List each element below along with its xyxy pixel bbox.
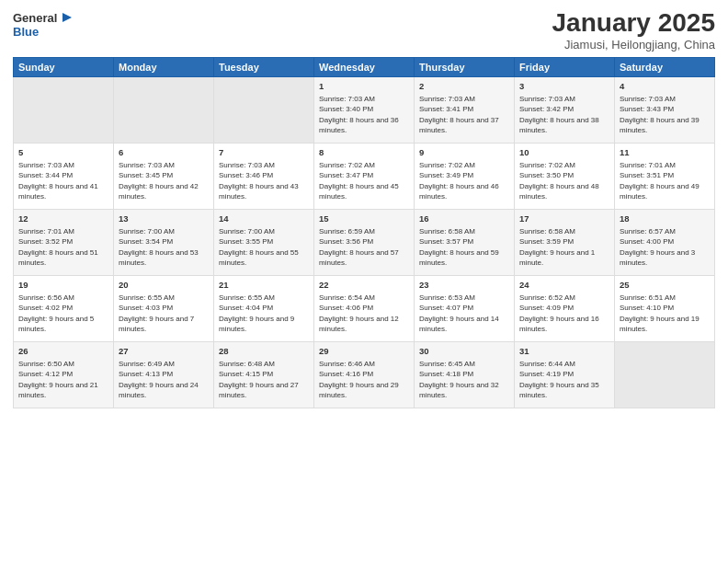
day-info: Sunrise: 6:57 AMSunset: 4:00 PMDaylight:… xyxy=(620,227,695,267)
week-row-1: 1 Sunrise: 7:03 AMSunset: 3:40 PMDayligh… xyxy=(14,76,715,143)
table-cell: 4 Sunrise: 7:03 AMSunset: 3:43 PMDayligh… xyxy=(615,76,715,143)
svg-marker-0 xyxy=(63,13,72,22)
day-info: Sunrise: 6:55 AMSunset: 4:04 PMDaylight:… xyxy=(219,293,294,333)
table-cell: 8 Sunrise: 7:02 AMSunset: 3:47 PMDayligh… xyxy=(314,143,415,209)
table-cell xyxy=(114,76,214,143)
day-number: 7 xyxy=(219,147,309,159)
table-cell: 17 Sunrise: 6:58 AMSunset: 3:59 PMDaylig… xyxy=(515,209,615,275)
week-row-2: 5 Sunrise: 7:03 AMSunset: 3:44 PMDayligh… xyxy=(14,143,715,209)
table-cell: 25 Sunrise: 6:51 AMSunset: 4:10 PMDaylig… xyxy=(615,275,715,341)
day-number: 13 xyxy=(119,213,209,225)
day-info: Sunrise: 6:48 AMSunset: 4:15 PMDaylight:… xyxy=(219,360,299,399)
table-cell: 15 Sunrise: 6:59 AMSunset: 3:56 PMDaylig… xyxy=(314,209,415,275)
table-cell xyxy=(214,76,314,143)
day-number: 24 xyxy=(519,280,609,292)
day-number: 9 xyxy=(419,147,509,159)
day-number: 29 xyxy=(319,346,409,358)
logo-arrow-icon xyxy=(59,9,75,26)
logo: General Blue xyxy=(13,9,75,38)
table-cell: 29 Sunrise: 6:46 AMSunset: 4:16 PMDaylig… xyxy=(314,341,415,408)
col-tuesday: Tuesday xyxy=(214,57,314,76)
table-cell: 26 Sunrise: 6:50 AMSunset: 4:12 PMDaylig… xyxy=(14,341,114,408)
col-saturday: Saturday xyxy=(615,57,715,76)
main-title: January 2025 xyxy=(552,9,715,38)
day-number: 18 xyxy=(620,213,710,225)
week-row-4: 19 Sunrise: 6:56 AMSunset: 4:02 PMDaylig… xyxy=(14,275,715,341)
day-info: Sunrise: 7:01 AMSunset: 3:52 PMDaylight:… xyxy=(18,227,98,267)
day-info: Sunrise: 7:03 AMSunset: 3:42 PMDaylight:… xyxy=(519,95,599,134)
col-thursday: Thursday xyxy=(415,57,515,76)
header: General Blue January 2025 Jiamusi, Heilo… xyxy=(13,9,715,52)
day-info: Sunrise: 7:03 AMSunset: 3:44 PMDaylight:… xyxy=(18,161,98,201)
day-number: 15 xyxy=(319,213,409,225)
table-cell: 13 Sunrise: 7:00 AMSunset: 3:54 PMDaylig… xyxy=(114,209,214,275)
day-info: Sunrise: 6:52 AMSunset: 4:09 PMDaylight:… xyxy=(519,293,599,333)
day-number: 3 xyxy=(519,81,609,93)
day-info: Sunrise: 7:03 AMSunset: 3:46 PMDaylight:… xyxy=(219,161,299,201)
day-info: Sunrise: 6:45 AMSunset: 4:18 PMDaylight:… xyxy=(419,360,499,399)
day-info: Sunrise: 7:02 AMSunset: 3:49 PMDaylight:… xyxy=(419,161,499,201)
day-number: 8 xyxy=(319,147,409,159)
day-number: 22 xyxy=(319,280,409,292)
day-number: 21 xyxy=(219,280,309,292)
col-sunday: Sunday xyxy=(14,57,114,76)
day-info: Sunrise: 6:55 AMSunset: 4:03 PMDaylight:… xyxy=(119,293,194,333)
day-info: Sunrise: 6:50 AMSunset: 4:12 PMDaylight:… xyxy=(18,360,98,399)
day-info: Sunrise: 7:02 AMSunset: 3:50 PMDaylight:… xyxy=(519,161,599,201)
table-cell: 28 Sunrise: 6:48 AMSunset: 4:15 PMDaylig… xyxy=(214,341,314,408)
day-number: 31 xyxy=(519,346,609,358)
day-info: Sunrise: 6:56 AMSunset: 4:02 PMDaylight:… xyxy=(18,293,94,333)
day-info: Sunrise: 7:00 AMSunset: 3:54 PMDaylight:… xyxy=(119,227,199,267)
day-number: 2 xyxy=(419,81,509,93)
day-number: 5 xyxy=(18,147,108,159)
day-info: Sunrise: 6:54 AMSunset: 4:06 PMDaylight:… xyxy=(319,293,399,333)
header-row: Sunday Monday Tuesday Wednesday Thursday… xyxy=(14,57,715,76)
table-cell: 5 Sunrise: 7:03 AMSunset: 3:44 PMDayligh… xyxy=(14,143,114,209)
day-info: Sunrise: 7:02 AMSunset: 3:47 PMDaylight:… xyxy=(319,161,399,201)
subtitle: Jiamusi, Heilongjiang, China xyxy=(552,38,715,52)
day-info: Sunrise: 6:58 AMSunset: 3:57 PMDaylight:… xyxy=(419,227,499,267)
table-cell: 30 Sunrise: 6:45 AMSunset: 4:18 PMDaylig… xyxy=(415,341,515,408)
day-info: Sunrise: 6:51 AMSunset: 4:10 PMDaylight:… xyxy=(620,293,700,333)
table-cell: 6 Sunrise: 7:03 AMSunset: 3:45 PMDayligh… xyxy=(114,143,214,209)
title-area: January 2025 Jiamusi, Heilongjiang, Chin… xyxy=(552,9,715,52)
day-info: Sunrise: 6:49 AMSunset: 4:13 PMDaylight:… xyxy=(119,360,199,399)
page: General Blue January 2025 Jiamusi, Heilo… xyxy=(0,0,728,563)
day-number: 10 xyxy=(519,147,609,159)
day-number: 6 xyxy=(119,147,209,159)
table-cell: 2 Sunrise: 7:03 AMSunset: 3:41 PMDayligh… xyxy=(415,76,515,143)
day-info: Sunrise: 7:00 AMSunset: 3:55 PMDaylight:… xyxy=(219,227,299,267)
day-number: 30 xyxy=(419,346,509,358)
table-cell: 22 Sunrise: 6:54 AMSunset: 4:06 PMDaylig… xyxy=(314,275,415,341)
table-cell: 20 Sunrise: 6:55 AMSunset: 4:03 PMDaylig… xyxy=(114,275,214,341)
day-info: Sunrise: 7:03 AMSunset: 3:45 PMDaylight:… xyxy=(119,161,199,201)
col-monday: Monday xyxy=(114,57,214,76)
table-cell xyxy=(14,76,114,143)
day-number: 4 xyxy=(620,81,710,93)
day-number: 1 xyxy=(319,81,409,93)
table-cell: 23 Sunrise: 6:53 AMSunset: 4:07 PMDaylig… xyxy=(415,275,515,341)
day-info: Sunrise: 6:46 AMSunset: 4:16 PMDaylight:… xyxy=(319,360,399,399)
day-info: Sunrise: 6:58 AMSunset: 3:59 PMDaylight:… xyxy=(519,227,595,267)
table-cell: 11 Sunrise: 7:01 AMSunset: 3:51 PMDaylig… xyxy=(615,143,715,209)
day-info: Sunrise: 6:59 AMSunset: 3:56 PMDaylight:… xyxy=(319,227,399,267)
day-number: 12 xyxy=(18,213,108,225)
col-friday: Friday xyxy=(515,57,615,76)
day-info: Sunrise: 7:03 AMSunset: 3:43 PMDaylight:… xyxy=(620,95,700,134)
day-number: 28 xyxy=(219,346,309,358)
day-number: 14 xyxy=(219,213,309,225)
table-cell: 16 Sunrise: 6:58 AMSunset: 3:57 PMDaylig… xyxy=(415,209,515,275)
table-cell: 14 Sunrise: 7:00 AMSunset: 3:55 PMDaylig… xyxy=(214,209,314,275)
day-number: 17 xyxy=(519,213,609,225)
table-cell: 24 Sunrise: 6:52 AMSunset: 4:09 PMDaylig… xyxy=(515,275,615,341)
day-number: 19 xyxy=(18,280,108,292)
day-info: Sunrise: 7:03 AMSunset: 3:41 PMDaylight:… xyxy=(419,95,499,134)
day-info: Sunrise: 6:53 AMSunset: 4:07 PMDaylight:… xyxy=(419,293,499,333)
week-row-3: 12 Sunrise: 7:01 AMSunset: 3:52 PMDaylig… xyxy=(14,209,715,275)
logo-general: General xyxy=(13,12,57,24)
week-row-5: 26 Sunrise: 6:50 AMSunset: 4:12 PMDaylig… xyxy=(14,341,715,408)
table-cell: 1 Sunrise: 7:03 AMSunset: 3:40 PMDayligh… xyxy=(314,76,415,143)
table-cell: 3 Sunrise: 7:03 AMSunset: 3:42 PMDayligh… xyxy=(515,76,615,143)
table-cell: 19 Sunrise: 6:56 AMSunset: 4:02 PMDaylig… xyxy=(14,275,114,341)
day-info: Sunrise: 7:03 AMSunset: 3:40 PMDaylight:… xyxy=(319,95,399,134)
